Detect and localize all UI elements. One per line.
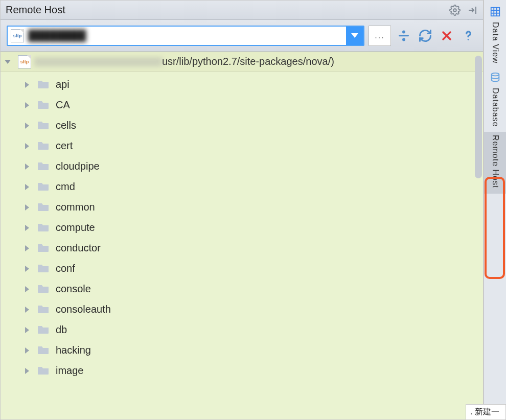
panel-header: Remote Host bbox=[1, 1, 483, 20]
refresh-icon[interactable] bbox=[417, 29, 434, 43]
svg-point-9 bbox=[468, 39, 469, 40]
gear-icon[interactable] bbox=[449, 5, 461, 16]
svg-point-0 bbox=[453, 9, 456, 12]
minimize-icon[interactable] bbox=[468, 6, 478, 15]
scrollbar[interactable] bbox=[475, 56, 482, 178]
tab-database[interactable]: Database bbox=[484, 69, 506, 132]
host-combobox[interactable]: sftp ████████ bbox=[7, 26, 364, 46]
tree-item[interactable]: api bbox=[1, 74, 483, 95]
tree-root[interactable]: sftp usr/lib/python2.7/site-packages/nov… bbox=[1, 52, 483, 72]
sftp-icon: sftp bbox=[18, 55, 31, 68]
tree-item-label: cells bbox=[56, 120, 76, 131]
svg-marker-24 bbox=[25, 347, 29, 354]
svg-marker-18 bbox=[25, 225, 29, 231]
tree-item[interactable]: common bbox=[1, 197, 483, 217]
svg-marker-21 bbox=[25, 286, 29, 292]
svg-marker-13 bbox=[25, 123, 29, 129]
svg-marker-25 bbox=[25, 368, 29, 374]
database-icon bbox=[490, 72, 501, 85]
folder-icon bbox=[37, 284, 51, 294]
svg-rect-26 bbox=[491, 8, 499, 16]
tree-item-label: db bbox=[56, 324, 67, 336]
chevron-right-icon bbox=[25, 79, 34, 90]
tree-area: sftp usr/lib/python2.7/site-packages/nov… bbox=[1, 52, 483, 419]
folder-icon bbox=[37, 263, 51, 273]
tree-item[interactable]: cmd bbox=[1, 176, 483, 197]
tree-item[interactable]: cloudpipe bbox=[1, 156, 483, 176]
svg-marker-23 bbox=[25, 327, 29, 333]
close-icon[interactable] bbox=[438, 30, 455, 42]
tree-item-label: CA bbox=[56, 99, 70, 111]
folder-icon bbox=[37, 79, 51, 89]
tree-item[interactable]: compute bbox=[1, 217, 483, 238]
folder-icon bbox=[37, 345, 51, 355]
tab-label: Data View bbox=[491, 22, 500, 64]
chevron-right-icon bbox=[25, 160, 34, 172]
browse-button[interactable]: ... bbox=[369, 26, 391, 46]
tree-item-label: cloudpipe bbox=[56, 160, 100, 172]
folder-icon bbox=[37, 161, 51, 171]
tab-label: Database bbox=[491, 88, 500, 127]
chevron-right-icon bbox=[25, 304, 34, 315]
svg-marker-11 bbox=[25, 82, 29, 88]
root-path: usr/lib/python2.7/site-packages/nova/) bbox=[162, 56, 334, 67]
tree-item-label: hacking bbox=[56, 344, 91, 356]
tree-item[interactable]: conf bbox=[1, 258, 483, 278]
svg-marker-15 bbox=[25, 164, 29, 170]
help-icon[interactable] bbox=[459, 29, 477, 42]
tree-item-label: cmd bbox=[56, 181, 75, 193]
tree-item-label: consoleauth bbox=[56, 304, 111, 315]
tree-item-label: conductor bbox=[56, 242, 101, 254]
svg-marker-12 bbox=[25, 102, 29, 108]
svg-marker-10 bbox=[5, 60, 11, 64]
tree-item-label: console bbox=[56, 283, 91, 295]
chevron-right-icon bbox=[25, 120, 34, 131]
chevron-right-icon bbox=[25, 201, 34, 213]
tree-item[interactable]: hacking bbox=[1, 340, 483, 360]
svg-marker-19 bbox=[25, 245, 29, 251]
chevron-right-icon bbox=[25, 324, 34, 336]
tree-item[interactable]: CA bbox=[1, 95, 483, 115]
svg-marker-20 bbox=[25, 266, 29, 272]
chevron-right-icon bbox=[25, 263, 34, 274]
tree-item-label: common bbox=[56, 201, 95, 213]
folder-icon bbox=[37, 181, 51, 192]
chevron-right-icon bbox=[25, 181, 34, 193]
panel-title: Remote Host bbox=[6, 4, 449, 16]
tree-item[interactable]: consoleauth bbox=[1, 299, 483, 319]
tab-remote-host[interactable]: Remote Host bbox=[484, 132, 506, 193]
grid-icon bbox=[490, 6, 501, 19]
chevron-right-icon bbox=[25, 140, 34, 152]
tab-label: Remote Host bbox=[491, 135, 500, 188]
tree-item[interactable]: db bbox=[1, 319, 483, 340]
tree-item-label: api bbox=[56, 79, 70, 90]
tree-list: apiCAcellscertcloudpipecmdcommoncomputec… bbox=[1, 72, 483, 419]
host-value: ████████ bbox=[27, 30, 346, 41]
chevron-right-icon bbox=[25, 283, 34, 295]
tree-item[interactable]: conductor bbox=[1, 238, 483, 258]
chevron-right-icon bbox=[25, 344, 34, 356]
svg-marker-3 bbox=[351, 33, 358, 38]
tree-item[interactable]: image bbox=[1, 360, 483, 381]
folder-icon bbox=[37, 222, 51, 232]
svg-point-5 bbox=[403, 31, 404, 32]
tree-item[interactable]: cells bbox=[1, 115, 483, 135]
folder-icon bbox=[37, 365, 51, 376]
folder-icon bbox=[37, 141, 51, 151]
side-tabs: Data View Database Remote Host bbox=[484, 0, 506, 420]
sftp-icon: sftp bbox=[11, 29, 24, 42]
divide-icon[interactable] bbox=[395, 29, 412, 42]
tree-item-label: conf bbox=[56, 263, 75, 274]
tab-data-view[interactable]: Data View bbox=[484, 3, 506, 69]
remote-host-panel: Remote Host sftp █████ bbox=[0, 0, 484, 420]
folder-icon bbox=[37, 243, 51, 253]
chevron-right-icon bbox=[25, 222, 34, 234]
tree-item-label: image bbox=[56, 365, 83, 377]
tree-item[interactable]: console bbox=[1, 278, 483, 299]
svg-marker-22 bbox=[25, 307, 29, 313]
tree-item[interactable]: cert bbox=[1, 135, 483, 156]
chevron-down-icon bbox=[5, 56, 15, 67]
chevron-right-icon bbox=[25, 242, 34, 254]
chevron-down-icon[interactable] bbox=[346, 27, 363, 45]
tree-item-label: cert bbox=[56, 140, 73, 152]
